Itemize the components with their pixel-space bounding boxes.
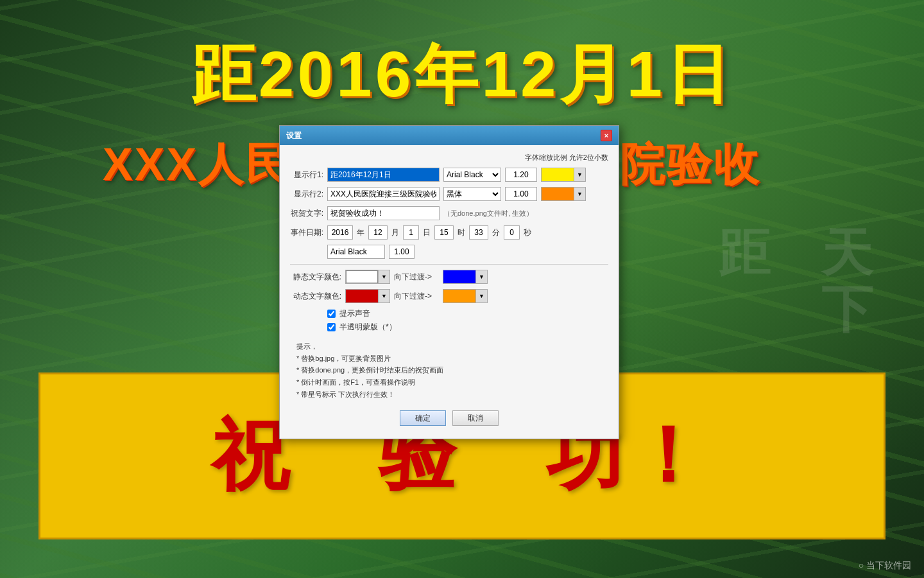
tips-line3: * 倒计时画面，按F1，可查看操作说明 — [296, 376, 608, 389]
static-color-arrow[interactable]: ▼ — [378, 270, 389, 283]
dynamic-color-dropdown[interactable]: ▼ — [345, 289, 390, 303]
hour-sep: 时 — [458, 227, 465, 238]
date-label: 事件日期: — [290, 227, 323, 238]
checkbox-sound[interactable] — [327, 310, 336, 318]
settings-dialog: 设置 × 字体缩放比例 允许2位小数 显示行1: Arial Black ▼ 显… — [279, 125, 619, 439]
dynamic-transition-label: 向下过渡-> — [394, 291, 439, 302]
month-sep: 月 — [391, 227, 399, 238]
logo: ○ 当下软件园 — [859, 560, 911, 572]
dynamic-color-label: 动态文字颜色: — [290, 291, 341, 302]
tips-line2: * 替换done.png，更换倒计时结束后的祝贺画面 — [296, 364, 608, 376]
dynamic-transition-dropdown[interactable]: ▼ — [443, 289, 488, 303]
row1-color-arrow[interactable]: ▼ — [574, 168, 585, 181]
minute-sep: 分 — [492, 227, 500, 238]
row1-scale[interactable] — [505, 168, 537, 182]
second-sep: 秒 — [524, 227, 531, 238]
row1-label: 显示行1: — [290, 170, 323, 180]
date-year[interactable] — [327, 225, 353, 240]
tips-line1: * 替换bg.jpg，可更换背景图片 — [296, 353, 608, 365]
date-second[interactable] — [504, 225, 520, 240]
dialog-body: 字体缩放比例 允许2位小数 显示行1: Arial Black ▼ 显示行2: … — [280, 145, 619, 439]
divider1 — [290, 264, 608, 265]
static-transition-dropdown[interactable]: ▼ — [443, 270, 488, 284]
checkbox-sound-row: 提示声音 — [327, 308, 608, 319]
tips-line4: * 带星号标示 下次执行行生效！ — [296, 389, 608, 401]
display-row2: 显示行2: 黑体 ▼ — [290, 187, 608, 201]
tips-section: 提示， * 替换bg.jpg，可更换背景图片 * 替换done.png，更换倒计… — [296, 340, 608, 400]
cancel-button[interactable]: 取消 — [452, 410, 499, 426]
row2-color-dropdown[interactable]: ▼ — [541, 187, 586, 201]
dialog-buttons: 确定 取消 — [290, 410, 608, 428]
static-color-row: 静态文字颜色: ▼ 向下过渡-> ▼ — [290, 270, 608, 284]
row2-input[interactable] — [327, 187, 440, 201]
static-transition-label: 向下过渡-> — [394, 272, 439, 283]
row2-font-select[interactable]: 黑体 — [443, 187, 501, 201]
row2-scale[interactable] — [505, 187, 537, 201]
watermark: 距 天 下 — [719, 225, 873, 338]
date-hour[interactable] — [434, 225, 454, 240]
static-transition-arrow[interactable]: ▼ — [475, 270, 487, 283]
font-name-input[interactable] — [327, 245, 385, 259]
wish-label: 祝贺文字: — [290, 208, 323, 219]
dynamic-color-arrow[interactable]: ▼ — [378, 290, 389, 302]
main-title: 距2016年12月1日 — [38, 39, 886, 109]
checkbox-sound-label: 提示声音 — [339, 308, 370, 319]
date-row-label: 事件日期: 年 月 日 时 分 秒 — [290, 225, 608, 240]
row2-color-swatch — [542, 188, 574, 200]
dialog-close-button[interactable]: × — [601, 130, 612, 141]
dynamic-color-swatch — [346, 290, 378, 302]
static-color-swatch — [346, 270, 378, 283]
checkbox-transparent[interactable] — [327, 323, 336, 331]
date-month[interactable] — [368, 225, 388, 240]
wish-row: 祝贺文字: （无done.png文件时, 生效） — [290, 206, 608, 220]
row1-input[interactable] — [327, 168, 440, 182]
font-size-row — [327, 245, 608, 259]
static-color-dropdown[interactable]: ▼ — [345, 270, 390, 284]
static-color-label: 静态文字颜色: — [290, 272, 341, 283]
tips-header: 提示， — [296, 340, 608, 353]
wish-hint: （无done.png文件时, 生效） — [443, 209, 533, 218]
checkbox-transparent-label: 半透明蒙版（*） — [339, 322, 397, 333]
checkbox-transparent-row: 半透明蒙版（*） — [327, 322, 608, 333]
year-sep: 年 — [357, 227, 364, 238]
row1-font-select[interactable]: Arial Black — [443, 168, 501, 182]
dynamic-transition-arrow[interactable]: ▼ — [475, 290, 487, 302]
dialog-titlebar: 设置 × — [280, 126, 619, 145]
row2-color-arrow[interactable]: ▼ — [574, 188, 585, 200]
scale-hint: 字体缩放比例 允许2位小数 — [290, 153, 608, 162]
ok-button[interactable]: 确定 — [400, 410, 446, 426]
row1-color-swatch — [542, 168, 574, 181]
dialog-title: 设置 — [286, 130, 302, 141]
static-transition-swatch — [443, 270, 475, 283]
row1-color-dropdown[interactable]: ▼ — [541, 168, 586, 182]
dynamic-transition-swatch — [443, 290, 475, 302]
dynamic-color-row: 动态文字颜色: ▼ 向下过渡-> ▼ — [290, 289, 608, 303]
display-row1: 显示行1: Arial Black ▼ — [290, 168, 608, 182]
day-sep: 日 — [423, 227, 431, 238]
date-minute[interactable] — [469, 225, 488, 240]
date-day[interactable] — [403, 225, 419, 240]
wish-input[interactable] — [327, 206, 440, 220]
font-size-input[interactable] — [389, 245, 415, 259]
row2-label: 显示行2: — [290, 189, 323, 200]
